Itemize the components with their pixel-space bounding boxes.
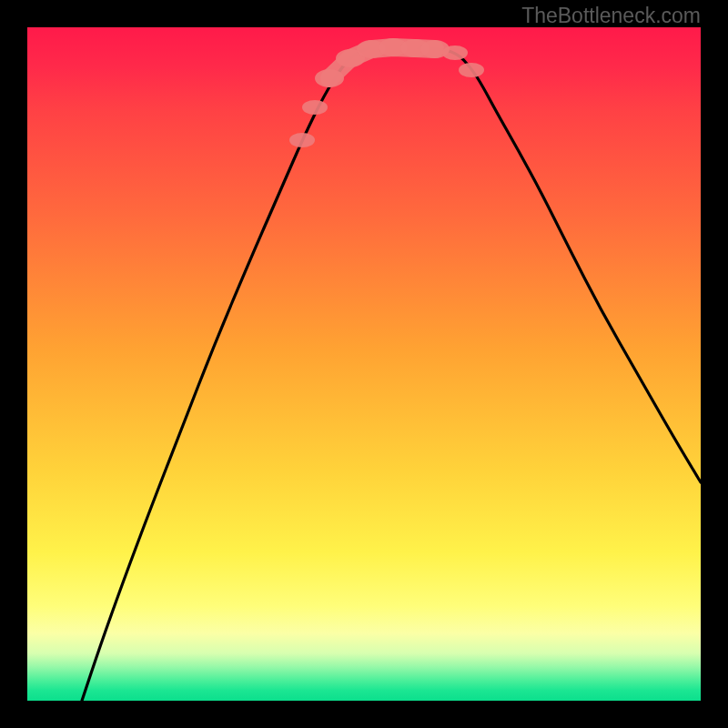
chart-frame: TheBottleneck.com <box>0 0 728 728</box>
plot-area <box>27 27 701 701</box>
attribution-text: TheBottleneck.com <box>521 4 701 28</box>
gradient-background <box>27 27 701 701</box>
